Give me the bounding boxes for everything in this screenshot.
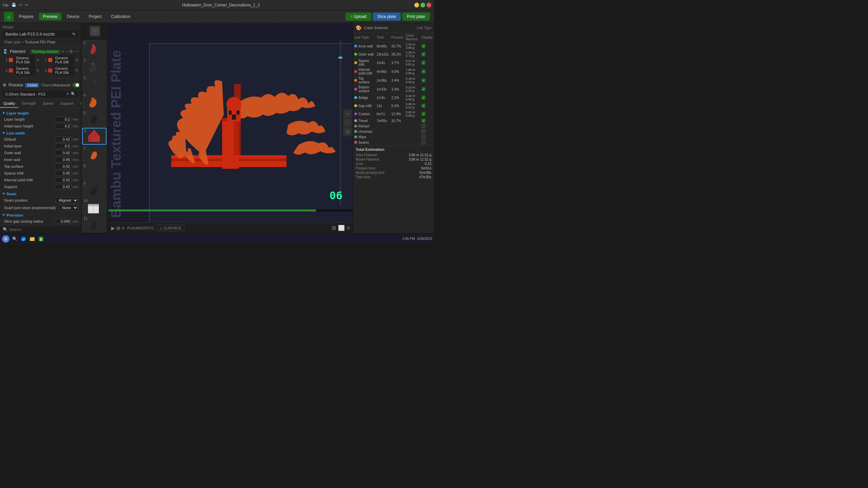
view-top-btn[interactable]: ⊞ <box>332 225 336 231</box>
fil-edit-2b[interactable]: ✎ <box>75 68 78 73</box>
upload-btn[interactable]: ↑ Upload <box>346 13 371 21</box>
grid-icon[interactable]: ⊞ <box>116 225 120 231</box>
maximize-btn[interactable] <box>420 3 425 7</box>
layer-slider-thumb[interactable] <box>338 57 342 59</box>
prepare-btn[interactable]: Prepare <box>15 13 38 20</box>
device-btn[interactable]: Device <box>63 13 83 20</box>
default-input[interactable] <box>55 137 72 142</box>
ct-display[interactable]: ✓ <box>420 58 434 67</box>
zoom-out-tool[interactable]: − <box>344 119 351 126</box>
sparse-infill-input[interactable] <box>55 170 72 176</box>
viewport[interactable]: Bambu Textured PEI Plate <box>108 23 353 222</box>
ct-display[interactable]: ✓ <box>420 94 434 102</box>
ct-display[interactable] <box>420 123 434 129</box>
zoom-in-tool[interactable]: + <box>344 110 351 118</box>
search-input[interactable] <box>9 227 78 231</box>
ct-display[interactable]: ✓ <box>420 50 434 58</box>
view-menu-btn[interactable]: ≡ <box>347 225 350 231</box>
filament-settings-btn[interactable]: ⚙ <box>69 49 73 54</box>
ct-display[interactable] <box>420 140 434 145</box>
tab-support[interactable]: Support <box>57 100 77 108</box>
fil-edit-1[interactable]: ✎ <box>36 58 39 62</box>
ct-display[interactable]: ✓ <box>420 42 434 50</box>
layer-height-input[interactable] <box>55 117 72 122</box>
ct-display[interactable]: ✓ <box>420 118 434 123</box>
ct-display[interactable] <box>420 129 434 134</box>
fil-name-2[interactable]: Generic PLA Silk <box>14 66 35 75</box>
tab-quality[interactable]: Quality <box>0 100 18 108</box>
close-btn[interactable] <box>427 3 431 7</box>
remove-filament-btn[interactable]: − <box>65 49 68 54</box>
support-input[interactable] <box>55 184 72 189</box>
tab-strength[interactable]: Strength <box>18 100 39 108</box>
scarf-joint-select[interactable]: None <box>59 205 78 211</box>
tab-speed[interactable]: Speed <box>39 100 57 108</box>
layer-height-group[interactable]: ▾ Layer height <box>3 109 78 116</box>
calibration-btn[interactable]: Calibration <box>107 13 134 20</box>
thumbnail-7[interactable]: 7 <box>82 145 106 162</box>
ct-display[interactable]: ✓ <box>420 102 434 110</box>
thumbnail-10[interactable]: 10 <box>82 198 106 215</box>
fil-edit-2[interactable]: ✎ <box>36 68 39 73</box>
surface-btn[interactable]: △ SURFACE <box>157 225 184 231</box>
thumbnail-11[interactable]: 11 <box>82 216 106 232</box>
seam-position-select[interactable]: Aligned <box>56 197 78 203</box>
ct-display[interactable]: ✓ <box>420 110 434 118</box>
plate-type-value[interactable]: Textured PEI Plate <box>25 40 56 44</box>
thumbnail-1[interactable]: 1 <box>82 40 106 57</box>
add-filament-btn[interactable]: + <box>62 49 64 54</box>
start-btn[interactable]: ⊞ <box>2 235 9 243</box>
inner-wall-input[interactable] <box>55 157 72 162</box>
thumbnail-3[interactable]: 3 <box>82 75 106 92</box>
slice-btn[interactable]: Slice plate <box>373 13 401 21</box>
taskbar-search[interactable]: 🔍 <box>11 235 18 243</box>
thumbnail-8[interactable]: 8 <box>82 163 106 180</box>
global-btn[interactable]: Global <box>25 83 39 87</box>
ct-display[interactable]: ✓ <box>420 67 434 76</box>
thumbnail-2[interactable]: 2 <box>82 58 106 75</box>
slice-gap-input[interactable] <box>55 219 72 224</box>
ct-display[interactable]: ✓ <box>420 85 434 94</box>
taskbar-edge[interactable] <box>20 235 27 243</box>
thumbnail-9[interactable]: 9 <box>82 181 106 198</box>
print-btn[interactable]: Print plate <box>402 13 430 21</box>
outer-wall-input[interactable] <box>55 150 72 156</box>
project-btn[interactable]: Project <box>85 13 105 20</box>
minimize-btn[interactable] <box>414 3 419 7</box>
objects-btn[interactable]: Objects <box>41 83 54 87</box>
fil-name-1b[interactable]: Generic PLA Silk <box>54 55 74 65</box>
initial-layer-height-input[interactable] <box>55 123 72 129</box>
home-btn[interactable]: ⌂ <box>4 12 14 21</box>
top-surface-input[interactable] <box>55 164 72 169</box>
taskbar-bambu[interactable]: B <box>37 235 45 243</box>
play-icon[interactable]: ▶ <box>111 225 115 231</box>
undo-icon[interactable]: ↩ <box>19 3 22 7</box>
fil-edit-1b[interactable]: ✎ <box>75 58 78 62</box>
process-profile[interactable]: 0.20mm Standard - P1S ✕ 🔍 <box>3 91 78 97</box>
taskbar-explorer[interactable] <box>28 235 36 243</box>
fil-name-2b[interactable]: Generic PLA Silk <box>54 66 74 75</box>
file-menu[interactable]: File <box>3 3 9 7</box>
advanced-toggle[interactable] <box>73 83 80 87</box>
ct-display[interactable]: ✓ <box>420 76 434 85</box>
printer-name-btn[interactable]: Bambu Lab P1S 0.4 nozzle ✎ <box>3 30 78 38</box>
layer-icon[interactable]: ≡ <box>122 225 124 231</box>
thumbnail-5[interactable]: 5 <box>82 110 106 127</box>
filament-options-btn[interactable]: ⋯ <box>74 49 78 54</box>
initial-layer-input[interactable] <box>55 143 72 149</box>
save-icon[interactable]: 💾 <box>12 3 16 7</box>
redo-icon[interactable]: ↪ <box>25 3 28 7</box>
view-3d-btn[interactable]: ⬜ <box>338 225 345 231</box>
seam-group[interactable]: ▾ Seam <box>3 190 78 197</box>
precision-group[interactable]: ▾ Precision <box>3 211 78 218</box>
line-width-group[interactable]: ▾ Line width <box>3 129 78 136</box>
thumbnail-4[interactable]: 4 <box>82 93 106 109</box>
fil-name-1[interactable]: Generic PLA Silk <box>14 55 35 65</box>
flushing-volumes-btn[interactable]: Flushing volumes <box>30 49 60 54</box>
fit-tool[interactable]: ⊡ <box>344 128 351 135</box>
tab-others[interactable]: Others <box>77 100 81 108</box>
thumbnail-6[interactable]: 6 <box>82 128 106 145</box>
internal-solid-infill-input[interactable] <box>55 177 72 183</box>
preview-btn[interactable]: Preview <box>39 13 62 20</box>
ct-display[interactable] <box>420 134 434 140</box>
